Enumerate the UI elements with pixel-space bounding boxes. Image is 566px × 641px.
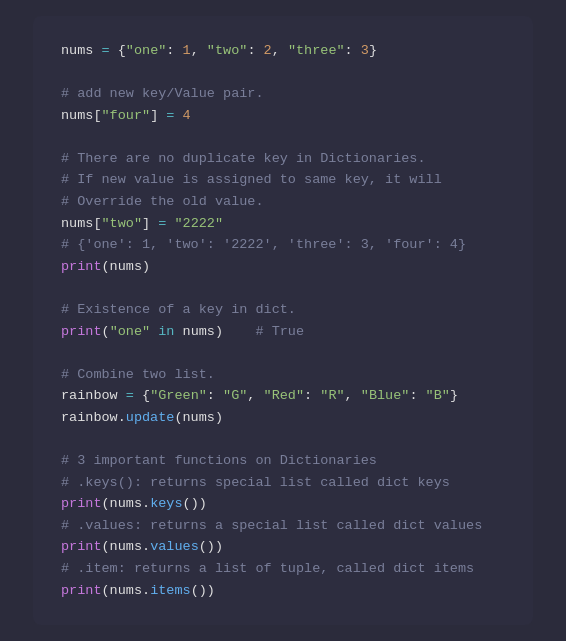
code-line-21: print(nums.items()) xyxy=(61,580,505,602)
code-line-4: # There are no duplicate key in Dictiona… xyxy=(61,148,505,170)
code-line-15: # 3 important functions on Dictionaries xyxy=(61,450,505,472)
code-line-11: print("one" in nums) # True xyxy=(61,321,505,343)
blank-1 xyxy=(61,61,505,83)
code-line-12: # Combine two list. xyxy=(61,364,505,386)
code-line-14: rainbow.update(nums) xyxy=(61,407,505,429)
code-line-3: nums["four"] = 4 xyxy=(61,105,505,127)
code-line-5: # If new value is assigned to same key, … xyxy=(61,169,505,191)
code-line-7: nums["two"] = "2222" xyxy=(61,213,505,235)
code-line-1: nums = {"one": 1, "two": 2, "three": 3} xyxy=(61,40,505,62)
code-line-10: # Existence of a key in dict. xyxy=(61,299,505,321)
code-line-19: print(nums.values()) xyxy=(61,536,505,558)
code-line-13: rainbow = {"Green": "G", "Red": "R", "Bl… xyxy=(61,385,505,407)
code-line-20: # .item: returns a list of tuple, called… xyxy=(61,558,505,580)
code-line-16: # .keys(): returns special list called d… xyxy=(61,472,505,494)
code-line-18: # .values: returns a special list called… xyxy=(61,515,505,537)
code-line-9: print(nums) xyxy=(61,256,505,278)
code-line-8: # {'one': 1, 'two': '2222', 'three': 3, … xyxy=(61,234,505,256)
blank-5 xyxy=(61,428,505,450)
blank-4 xyxy=(61,342,505,364)
code-line-17: print(nums.keys()) xyxy=(61,493,505,515)
code-line-2: # add new key/Value pair. xyxy=(61,83,505,105)
blank-2 xyxy=(61,126,505,148)
code-editor: nums = {"one": 1, "two": 2, "three": 3} … xyxy=(33,16,533,625)
blank-3 xyxy=(61,277,505,299)
code-line-6: # Override the old value. xyxy=(61,191,505,213)
